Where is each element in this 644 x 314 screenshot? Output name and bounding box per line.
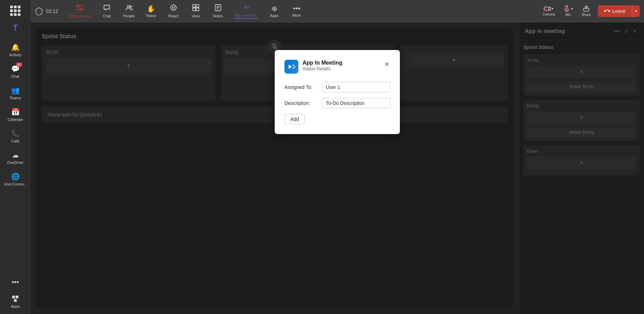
leave-chevron-button[interactable]: ▾	[632, 5, 640, 17]
svg-point-7	[127, 6, 129, 8]
sidebar-item-teams[interactable]: 👥 Teams	[2, 83, 29, 103]
sidebar-label-activity: Activity	[9, 53, 22, 57]
sidebar-item-calendar[interactable]: 📅 Calendar	[2, 104, 29, 124]
content-area: Sprint Status To Do + Doing +	[31, 22, 644, 314]
leave-chevron-icon: ▾	[635, 9, 637, 14]
react-icon	[170, 4, 177, 13]
view-button[interactable]: View	[185, 2, 206, 20]
leave-button-group: Leave ▾	[598, 5, 640, 17]
description-label: Description:	[284, 100, 319, 106]
people-toolbar-label: People	[123, 14, 135, 18]
sidebar-item-activity[interactable]: 🔔 Activity	[2, 40, 29, 60]
modal-app-name: App In Meeting	[303, 60, 379, 66]
leave-label: Leave	[612, 8, 626, 14]
teams-logo-icon: T	[10, 23, 20, 33]
calendar-icon: 📅	[10, 107, 20, 117]
mic-button[interactable]: ▾ Mic	[561, 4, 576, 18]
add-button[interactable]: Add	[284, 114, 305, 124]
people-button[interactable]: People	[119, 2, 139, 20]
raise-button[interactable]: ✋ Raise	[141, 2, 162, 20]
apps-toolbar-label: Apps	[270, 14, 279, 18]
more-icon: •••	[293, 5, 300, 13]
share-icon	[583, 5, 590, 12]
modal-app-subtitle: Status Details	[303, 66, 379, 71]
svg-point-9	[171, 5, 176, 10]
leave-button[interactable]: Leave	[598, 5, 632, 17]
assigned-to-input[interactable]	[322, 82, 391, 92]
assigned-to-row: Assigned To:	[284, 82, 390, 92]
main-content: 03:12 Stop sharing	[31, 0, 644, 314]
apps-toolbar-icon: ⊕	[272, 5, 277, 13]
svg-rect-0	[12, 296, 15, 298]
teams-icon: 👥	[10, 85, 20, 95]
viva-icon: 🌐	[10, 172, 20, 181]
app-in-meeting-button[interactable]: App in meeti...	[230, 1, 263, 21]
view-label: View	[192, 14, 200, 18]
camera-button[interactable]: ▾ Camera	[540, 4, 558, 18]
stop-sharing-label: Stop sharing	[69, 14, 91, 18]
assigned-to-label: Assigned To:	[284, 84, 319, 90]
sidebar-item-grid[interactable]	[2, 3, 29, 19]
modal-dialog: App In Meeting Status Details ✕ Assigned…	[275, 50, 400, 134]
modal-header: App In Meeting Status Details ✕	[284, 60, 390, 74]
chat-badge: 11	[16, 63, 22, 67]
view-icon	[192, 4, 200, 13]
svg-point-10	[172, 7, 173, 8]
sidebar-item-teams-logo[interactable]: T	[2, 20, 29, 35]
modal-close-button[interactable]: ✕	[384, 60, 390, 69]
description-input[interactable]	[322, 98, 391, 108]
svg-rect-12	[193, 5, 195, 7]
camera-chevron: ▾	[552, 7, 554, 11]
meeting-toolbar: 03:12 Stop sharing	[31, 0, 644, 22]
activity-icon: 🔔	[10, 42, 20, 52]
sidebar-label-calendar: Calendar	[8, 117, 23, 122]
sidebar-item-chat[interactable]: 💬 11 Chat	[2, 61, 29, 81]
mic-icon	[563, 5, 570, 12]
sidebar-label-onedrive: OneDrive	[7, 160, 23, 165]
react-button[interactable]: React	[163, 2, 184, 20]
grid-icon	[10, 6, 21, 16]
share-button[interactable]: Share	[579, 4, 594, 18]
sidebar-item-onedrive[interactable]: ☁ OneDrive	[2, 147, 29, 167]
svg-point-8	[130, 6, 131, 8]
sidebar-item-calls[interactable]: 📞 Calls	[2, 126, 29, 146]
react-label: React	[168, 14, 178, 18]
share-label: Share	[581, 13, 591, 17]
mic-label: Mic	[565, 13, 571, 17]
notes-button[interactable]: Notes	[208, 2, 228, 20]
apps-icon	[10, 294, 20, 304]
sidebar-item-ellipsis[interactable]: •••	[2, 274, 29, 290]
svg-rect-13	[196, 5, 199, 7]
svg-point-11	[174, 7, 175, 8]
camera-mic-group: ▾ Camera ▾ Mic	[540, 4, 594, 18]
people-toolbar-icon	[125, 4, 133, 13]
mic-chevron: ▾	[571, 7, 573, 11]
app-in-meeting-label: App in meeti...	[234, 13, 258, 19]
phone-icon	[604, 8, 610, 14]
sidebar-item-apps[interactable]: Apps	[2, 291, 29, 311]
sidebar-item-viva[interactable]: 🌐 Viva Conne...	[2, 169, 29, 189]
chat-toolbar-label: Chat	[103, 14, 111, 18]
more-button[interactable]: ••• More	[286, 2, 307, 19]
meeting-timer-block: 03:12	[35, 7, 58, 15]
raise-icon: ✋	[147, 5, 155, 13]
sidebar-label-teams: Teams	[10, 96, 21, 100]
notes-label: Notes	[213, 14, 223, 18]
raise-label: Raise	[146, 14, 156, 18]
app-in-meeting-icon	[242, 3, 250, 13]
notes-icon	[214, 4, 222, 13]
meeting-timer: 03:12	[46, 8, 58, 14]
camera-icon	[544, 6, 551, 12]
sidebar: T 🔔 Activity 💬 11 Chat 👥 Teams 📅 Calenda…	[0, 0, 31, 314]
modal-app-icon	[284, 60, 298, 74]
svg-rect-14	[193, 8, 195, 11]
svg-rect-2	[14, 299, 17, 302]
apps-toolbar-button[interactable]: ⊕ Apps	[264, 2, 285, 20]
ellipsis-icon: •••	[10, 277, 20, 287]
sidebar-label-chat: Chat	[11, 74, 19, 78]
stop-sharing-button[interactable]: Stop sharing	[65, 2, 95, 20]
sidebar-label-apps: Apps	[11, 304, 19, 308]
description-row: Description:	[284, 98, 390, 108]
chat-button[interactable]: Chat	[96, 2, 117, 20]
onedrive-icon: ☁	[10, 150, 20, 160]
